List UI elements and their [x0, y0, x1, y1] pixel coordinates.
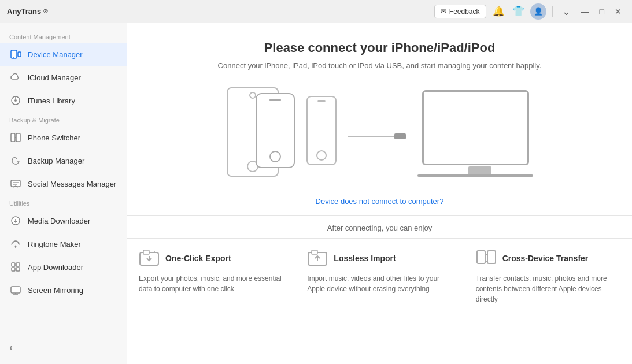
- sidebar-label-phone-switcher: Phone Switcher: [28, 133, 80, 142]
- sidebar-label-screen-mirroring: Screen Mirroring: [28, 286, 83, 295]
- sidebar-item-ringtone-maker[interactable]: Ringtone Maker: [0, 232, 127, 255]
- svg-rect-22: [143, 250, 149, 254]
- section-label-content: Content Management: [0, 29, 127, 43]
- export-title: One-Click Export: [165, 254, 231, 263]
- not-connect-link[interactable]: Device does not connect to computer?: [316, 197, 444, 206]
- feedback-icon: ✉: [441, 8, 446, 16]
- separator: [552, 6, 553, 17]
- icloud-icon: [9, 71, 22, 84]
- svg-rect-7: [16, 133, 20, 142]
- sidebar-label-social-messages: Social Messages Manager: [28, 180, 116, 188]
- app-downloader-icon: [9, 261, 22, 273]
- feature-card-export: One-Click Export Export your photos, mus…: [127, 239, 295, 314]
- computer-stand: [468, 166, 491, 174]
- sidebar-label-media-downloader: Media Downloader: [28, 217, 90, 225]
- sidebar-item-media-downloader[interactable]: Media Downloader: [0, 209, 127, 232]
- itunes-icon: [9, 94, 22, 107]
- backup-icon: [9, 154, 22, 167]
- section-label-utilities: Utilities: [0, 195, 127, 209]
- feature-card-import: Lossless Import Import music, videos and…: [295, 239, 463, 314]
- transfer-icon: [476, 248, 497, 269]
- sidebar-label-backup-manager: Backup Manager: [28, 157, 84, 165]
- chevron-down-icon[interactable]: ⌄: [559, 4, 574, 19]
- titlebar-icons: 🔔 👕 👤 ⌄ — □ ✕: [491, 3, 625, 20]
- export-icon: [139, 248, 160, 269]
- svg-rect-18: [11, 287, 20, 293]
- screen-mirroring-icon: [9, 284, 22, 296]
- connect-subtitle: Connect your iPhone, iPad, iPod touch or…: [218, 61, 542, 70]
- ringtone-icon: [9, 237, 22, 250]
- import-desc: Import music, videos and other files to …: [307, 273, 452, 294]
- feature-card-transfer-header: Cross-Device Transfer: [476, 248, 620, 269]
- svg-point-12: [15, 246, 17, 247]
- after-connect-text: After connecting, you can enjoy: [327, 216, 432, 238]
- feedback-label: Feedback: [449, 8, 480, 16]
- sidebar-item-backup-manager[interactable]: Backup Manager: [0, 149, 127, 172]
- import-icon: [307, 248, 328, 269]
- media-downloader-icon: [9, 214, 22, 227]
- export-desc: Export your photos, music, and more esse…: [139, 273, 283, 294]
- close-button[interactable]: ✕: [611, 6, 625, 17]
- sidebar-item-app-downloader[interactable]: App Downloader: [0, 255, 127, 278]
- svg-point-4: [14, 99, 17, 102]
- phone-switcher-icon: [9, 131, 22, 144]
- sidebar-item-itunes-library[interactable]: iTunes Library: [0, 89, 127, 112]
- svg-rect-6: [11, 133, 15, 142]
- sidebar-label-itunes-library: iTunes Library: [28, 96, 75, 105]
- device-group: [227, 87, 337, 185]
- svg-rect-24: [312, 250, 317, 254]
- transfer-title: Cross-Device Transfer: [502, 254, 589, 263]
- svg-rect-26: [487, 251, 496, 263]
- svg-rect-17: [16, 268, 20, 271]
- social-messages-icon: [9, 177, 22, 190]
- computer-base: [417, 174, 533, 177]
- ipod-illustration: [306, 96, 337, 165]
- app-trademark: ®: [43, 8, 47, 14]
- sidebar-label-app-downloader: App Downloader: [28, 263, 83, 272]
- import-title: Lossless Import: [334, 254, 396, 263]
- main-content: Please connect your iPhone/iPad/iPod Con…: [127, 23, 632, 364]
- connect-section: Please connect your iPhone/iPad/iPod Con…: [127, 23, 632, 215]
- sidebar-label-device-manager: Device Manager: [28, 50, 83, 59]
- sidebar-item-device-manager[interactable]: Device Manager: [0, 43, 127, 66]
- svg-rect-1: [18, 52, 21, 57]
- svg-point-2: [13, 57, 14, 58]
- connect-title: Please connect your iPhone/iPad/iPod: [264, 40, 496, 55]
- cable-connector: [394, 133, 406, 139]
- user-icon[interactable]: 👤: [530, 3, 546, 20]
- illustration: [227, 87, 533, 185]
- sidebar-item-social-messages[interactable]: Social Messages Manager: [0, 172, 127, 195]
- minimize-button[interactable]: —: [578, 6, 593, 17]
- iphone-illustration: [256, 93, 295, 168]
- svg-rect-15: [16, 263, 20, 266]
- app-name: AnyTrans: [7, 7, 41, 16]
- main-layout: Content Management Device Manager iCloud…: [0, 23, 632, 364]
- cable-line: [348, 136, 394, 137]
- sidebar-label-ringtone-maker: Ringtone Maker: [28, 240, 81, 248]
- tshirt-icon[interactable]: 👕: [511, 3, 527, 20]
- svg-rect-25: [477, 251, 485, 263]
- feature-card-export-header: One-Click Export: [139, 248, 283, 269]
- app-title: AnyTrans®: [7, 7, 48, 16]
- svg-rect-16: [12, 268, 15, 271]
- feature-card-transfer: Cross-Device Transfer Transfer contacts,…: [464, 239, 632, 314]
- titlebar: AnyTrans® ✉ Feedback 🔔 👕 👤 ⌄ — □ ✕: [0, 0, 632, 23]
- computer-illustration: [417, 90, 533, 183]
- sidebar-item-phone-switcher[interactable]: Phone Switcher: [0, 126, 127, 149]
- notification-icon[interactable]: 🔔: [491, 3, 507, 20]
- transfer-desc: Transfer contacts, music, photos and mor…: [476, 273, 620, 304]
- computer-screen: [422, 90, 529, 165]
- sidebar: Content Management Device Manager iCloud…: [0, 23, 127, 364]
- sidebar-item-icloud-manager[interactable]: iCloud Manager: [0, 66, 127, 89]
- collapse-button[interactable]: ‹: [0, 337, 127, 358]
- section-label-backup: Backup & Migrate: [0, 112, 127, 126]
- feature-card-import-header: Lossless Import: [307, 248, 452, 269]
- sidebar-item-screen-mirroring[interactable]: Screen Mirroring: [0, 278, 127, 302]
- svg-rect-14: [12, 263, 15, 266]
- usb-cable: [348, 133, 406, 139]
- maximize-button[interactable]: □: [596, 6, 608, 17]
- titlebar-right: ✉ Feedback 🔔 👕 👤 ⌄ — □ ✕: [434, 3, 625, 20]
- sidebar-label-icloud-manager: iCloud Manager: [28, 73, 81, 82]
- device-manager-icon: [9, 48, 22, 61]
- feedback-button[interactable]: ✉ Feedback: [434, 5, 486, 18]
